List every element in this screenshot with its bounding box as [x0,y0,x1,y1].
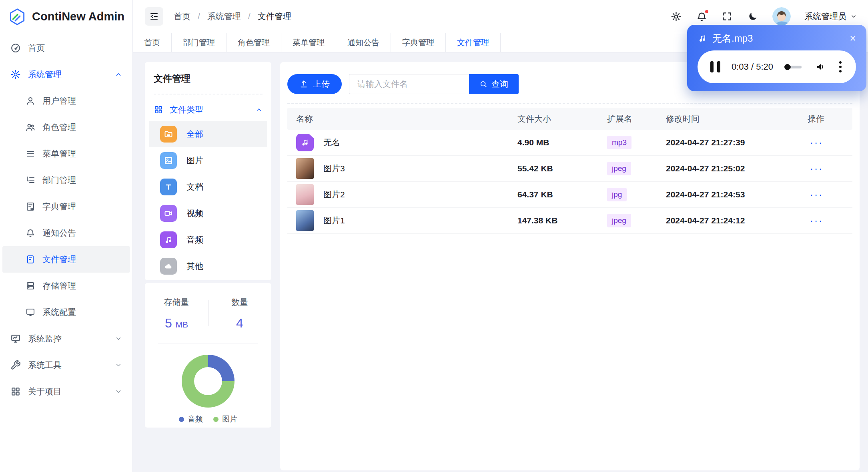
video-file-icon [160,205,177,222]
user-avatar[interactable] [772,7,791,26]
app-title: ContiNew Admin [32,10,124,23]
table-row: 图片3 55.42 KB jpeg 2024-04-27 21:25:02 ··… [287,156,852,182]
sidebar-item-label: 系统工具 [28,360,62,371]
tab-dict[interactable]: 字典管理 [391,33,446,52]
sidebar-item-menu-management[interactable]: 菜单管理 [2,141,130,167]
sidebar-item-home[interactable]: 首页 [2,35,130,61]
tab-dept[interactable]: 部门管理 [172,33,227,52]
file-type-document[interactable]: 文档 [149,174,267,200]
divider [158,343,258,343]
player-menu-button[interactable] [838,60,843,74]
file-type-image[interactable]: 图片 [149,147,267,174]
file-type-panel: 文件管理 文件类型 全部 [145,62,271,280]
legend-item-audio[interactable]: 音频 [179,414,203,424]
progress-bar[interactable] [785,66,802,68]
storage-stats-panel: 存储量 5 MB 数量 4 [145,283,271,428]
file-type-label: 全部 [186,129,203,140]
tab-menu[interactable]: 菜单管理 [281,33,336,52]
settings-button[interactable] [670,10,682,22]
sidebar-item-role-management[interactable]: 角色管理 [2,114,130,141]
tab-home[interactable]: 首页 [133,33,172,52]
table-row: 无名 4.90 MB mp3 2024-04-27 21:27:39 ··· [287,130,852,156]
file-name-cell: 图片3 [287,158,517,179]
sidebar-item-dict-management[interactable]: 字典管理 [2,193,130,220]
image-thumbnail [296,158,314,179]
row-actions-button[interactable]: ··· [808,137,823,148]
breadcrumb-item-home[interactable]: 首页 [174,11,190,22]
stat-storage: 存储量 5 MB [145,297,208,331]
donut-chart [182,355,235,408]
sidebar-item-system-tools[interactable]: 系统工具 [2,352,130,378]
row-actions-button[interactable]: ··· [808,215,823,226]
column-header-actions: 操作 [808,113,852,125]
content-area: 文件管理 文件类型 全部 [133,52,868,472]
row-actions-button[interactable]: ··· [808,163,823,174]
progress-knob[interactable] [784,64,790,70]
tab-role[interactable]: 角色管理 [227,33,281,52]
search-icon [479,80,487,88]
sidebar-item-label: 系统管理 [28,69,62,80]
tab-file-management[interactable]: 文件管理 [446,33,501,52]
image-file-icon [160,152,177,169]
tab-label: 文件管理 [457,37,489,48]
sidebar-item-user-management[interactable]: 用户管理 [2,88,130,114]
file-type-label: 其他 [186,261,203,272]
file-type-other[interactable]: 其他 [149,253,267,279]
table-row: 图片1 147.38 KB jpeg 2024-04-27 21:24:12 ·… [287,208,852,234]
folder-icon [160,126,177,143]
music-note-icon [698,34,707,43]
file-modified-time: 2024-04-27 21:24:12 [666,216,808,225]
volume-button[interactable] [815,61,826,72]
file-ext-badge: jpeg [607,162,631,175]
search-input[interactable] [349,74,469,94]
sidebar-item-storage-management[interactable]: 存储管理 [2,273,130,299]
sidebar: ContiNew Admin 首页 系统管理 用户管理 角色管理 [0,0,133,472]
chevron-up-icon [255,106,263,113]
file-type-video[interactable]: 视频 [149,200,267,227]
audio-player-popup: 无名.mp3 × 0:03 / 5:20 [687,25,866,91]
breadcrumb-item-system[interactable]: 系统管理 [207,11,241,22]
sidebar-item-label: 菜单管理 [42,148,76,159]
sidebar-item-label: 通知公告 [42,227,76,239]
file-type-group-label: 文件类型 [170,104,203,115]
divider [154,94,263,94]
tab-notice[interactable]: 通知公告 [336,33,391,52]
search-button-label: 查询 [491,78,508,90]
notifications-button[interactable] [696,10,708,22]
sidebar-item-label: 存储管理 [42,280,76,291]
row-actions-button[interactable]: ··· [808,189,823,200]
file-name: 图片3 [323,163,345,174]
file-type-group-toggle[interactable]: 文件类型 [154,98,263,121]
legend-dot-audio [179,417,184,422]
search-button[interactable]: 查询 [469,74,519,94]
file-type-all[interactable]: 全部 [149,121,267,147]
sidebar-item-file-management[interactable]: 文件管理 [2,246,130,273]
notification-dot [704,9,709,14]
table-header: 名称 文件大小 扩展名 修改时间 操作 [287,108,852,130]
music-file-icon [296,134,314,151]
sidebar-item-system-management[interactable]: 系统管理 [2,61,130,88]
sidebar-item-about-project[interactable]: 关于项目 [2,378,130,405]
legend-label: 图片 [222,414,237,424]
sidebar-collapse-button[interactable] [145,7,163,26]
fullscreen-button[interactable] [721,10,733,22]
left-column: 文件管理 文件类型 全部 [145,62,271,470]
sidebar-item-dept-management[interactable]: 部门管理 [2,167,130,193]
divider [208,300,208,326]
file-type-audio[interactable]: 音频 [149,227,267,253]
upload-button[interactable]: 上传 [287,74,342,94]
pause-button[interactable] [710,61,720,72]
sidebar-item-notice[interactable]: 通知公告 [2,220,130,246]
sidebar-item-system-config[interactable]: 系统配置 [2,299,130,325]
sidebar-item-label: 关于项目 [28,386,62,397]
divider [287,103,852,104]
sidebar-item-system-monitor[interactable]: 系统监控 [2,325,130,352]
file-ext-badge: mp3 [607,136,631,149]
file-name-cell: 图片1 [287,210,517,231]
dark-mode-button[interactable] [747,10,759,22]
close-icon[interactable]: × [850,33,856,44]
legend-item-image[interactable]: 图片 [213,414,237,424]
audio-player-title: 无名.mp3 [712,32,753,45]
tab-label: 菜单管理 [293,37,325,48]
user-menu[interactable]: 系统管理员 [804,11,857,22]
